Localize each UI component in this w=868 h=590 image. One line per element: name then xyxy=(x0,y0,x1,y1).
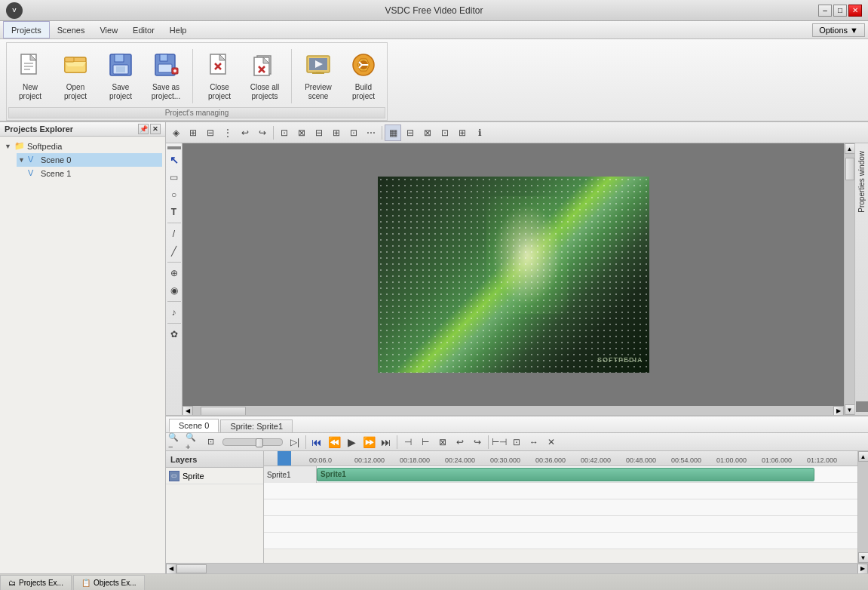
menu-scenes[interactable]: Scenes xyxy=(50,21,93,38)
vscroll-thumb[interactable] xyxy=(845,158,854,180)
canvas[interactable]: SOFTPEDIA xyxy=(378,177,649,373)
sidebar-close-button[interactable]: ✕ xyxy=(150,124,161,134)
scene-align-button[interactable]: ⊠ xyxy=(293,124,310,141)
timeline-tab-scene0[interactable]: Scene 0 xyxy=(169,419,219,432)
timeline-hscroll-left[interactable]: ◀ xyxy=(166,564,176,574)
zoom-fit-timeline-button[interactable]: ⊡ xyxy=(202,434,219,450)
scene-more-button[interactable]: ⋯ xyxy=(363,124,379,141)
vscroll-down-button[interactable]: ▼ xyxy=(845,404,855,415)
split-clip-button[interactable]: ⊢⊣ xyxy=(491,434,508,450)
timeline-sep-3 xyxy=(488,435,489,449)
projects-explorer-tab[interactable]: 🗂 Projects Ex... xyxy=(0,575,72,590)
menu-editor[interactable]: Editor xyxy=(125,21,162,38)
music-tool-button[interactable]: ♪ xyxy=(166,304,182,321)
info-button[interactable]: ℹ xyxy=(471,124,488,141)
new-project-button[interactable]: Newproject xyxy=(8,46,52,106)
zoom-out-timeline-button[interactable]: 🔍− xyxy=(167,434,184,450)
ruler-mark-5: 00:36.000 xyxy=(535,456,566,464)
timeline-hscroll-right[interactable]: ▶ xyxy=(857,564,868,574)
ellipse-tool-button[interactable]: ○ xyxy=(166,186,182,203)
objects-explorer-tab[interactable]: 📋 Objects Ex... xyxy=(73,575,145,590)
scene-snap-button[interactable]: ⊞ xyxy=(328,124,345,141)
timeline-remove-button[interactable]: ✕ xyxy=(543,434,560,450)
hscroll-left-button[interactable]: ◀ xyxy=(182,406,193,416)
scene-edit-button[interactable]: ⊡ xyxy=(276,124,293,141)
more-tools-button[interactable]: ✿ xyxy=(166,326,182,343)
svg-rect-6 xyxy=(65,57,74,62)
tree-root-label: Softpedia xyxy=(27,142,62,151)
timeline-end-button[interactable]: ▷| xyxy=(287,434,303,450)
sprite-track-clip[interactable]: Sprite1 xyxy=(317,468,814,481)
rectangle-tool-button[interactable]: ▭ xyxy=(166,169,182,186)
rulers-button[interactable]: ⊠ xyxy=(419,124,436,141)
zoom-in-timeline-button[interactable]: 🔍+ xyxy=(185,434,201,450)
snap-grid-button[interactable]: ⊟ xyxy=(402,124,419,141)
rewind-button[interactable]: ⏪ xyxy=(326,434,342,450)
crop-tool-button[interactable]: ⊟ xyxy=(202,124,219,141)
hscroll-thumb[interactable] xyxy=(201,407,246,416)
titlebar: V VSDC Free Video Editor – □ ✕ xyxy=(0,0,868,21)
pause-button[interactable]: ⏩ xyxy=(360,434,377,450)
timeline-hscroll-thumb[interactable] xyxy=(176,564,207,573)
minimize-button[interactable]: – xyxy=(818,5,832,17)
menu-help[interactable]: Help xyxy=(162,21,195,38)
brush-tool-button[interactable]: / xyxy=(166,226,182,242)
properties-panel[interactable]: Properties window xyxy=(854,143,868,415)
next-marker-button[interactable]: ↪ xyxy=(469,434,486,450)
tree-root-item[interactable]: ▼ 📁 Softpedia xyxy=(3,140,162,153)
play-start-button[interactable]: ⏮ xyxy=(308,434,325,450)
tree-scene0-item[interactable]: ▼ V Scene 0 xyxy=(17,153,162,167)
line-tool-button[interactable]: ╱ xyxy=(166,243,182,260)
open-project-button[interactable]: Openproject xyxy=(54,46,97,106)
menu-view[interactable]: View xyxy=(92,21,125,38)
select-tool-button[interactable]: ◈ xyxy=(167,124,184,141)
zoom-in-tool-button[interactable]: ⊕ xyxy=(166,265,182,281)
timeline-snap-button[interactable]: ⊡ xyxy=(508,434,525,450)
timeline-tab-sprite1[interactable]: Sprite: Sprite1 xyxy=(220,419,293,432)
timeline-vscroll-up[interactable]: ▲ xyxy=(858,451,869,462)
undo-button[interactable]: ↩ xyxy=(237,124,253,141)
grid-button[interactable]: ▦ xyxy=(385,124,401,141)
options-button[interactable]: Options ▼ xyxy=(812,23,865,37)
scene-group-button[interactable]: ⊟ xyxy=(311,124,327,141)
close-all-projects-button[interactable]: Close allprojects xyxy=(243,46,287,106)
redo-button[interactable]: ↪ xyxy=(254,124,271,141)
prev-marker-button[interactable]: ↩ xyxy=(452,434,468,450)
build-project-button[interactable]: Buildproject xyxy=(342,46,385,106)
sprite-layer-row[interactable]: ▭ Sprite xyxy=(166,468,263,484)
close-button[interactable]: ✕ xyxy=(848,5,862,17)
arrow-tool-button[interactable]: ↖ xyxy=(166,152,182,168)
layers-header: Layers xyxy=(166,451,263,468)
toolbar-sep-1 xyxy=(273,126,274,140)
transform-tool-button[interactable]: ⊞ xyxy=(185,124,201,141)
color-tool-button[interactable]: ◉ xyxy=(166,282,182,299)
timeline-vscroll-down[interactable]: ▼ xyxy=(858,552,869,563)
text-tool-button[interactable]: T xyxy=(166,204,182,220)
maximize-button[interactable]: □ xyxy=(833,5,847,17)
zoom-fit-button[interactable]: ⊞ xyxy=(454,124,471,141)
sprite-track-row[interactable]: Sprite1 Sprite1 xyxy=(264,466,857,483)
save-project-button[interactable]: Saveproject xyxy=(99,46,143,106)
mark-in-button[interactable]: ⊣ xyxy=(400,434,416,450)
split-tool-button[interactable]: ⋮ xyxy=(219,124,236,141)
timeline-zoom-handle[interactable] xyxy=(256,438,263,447)
tree-scene1-item[interactable]: V Scene 1 xyxy=(17,167,162,180)
hscroll-right-button[interactable]: ▶ xyxy=(833,406,844,416)
close-project-button[interactable]: Closeproject xyxy=(198,46,241,106)
sidebar-pin-button[interactable]: 📌 xyxy=(138,124,149,134)
guidelines-button[interactable]: ⊡ xyxy=(437,124,453,141)
play-button[interactable]: ▶ xyxy=(343,434,360,450)
timeline-zoom-slider[interactable] xyxy=(222,438,283,446)
timeline-link-button[interactable]: ↔ xyxy=(526,434,542,450)
save-as-project-button[interactable]: Save asproject... xyxy=(144,46,188,106)
mark-out-button[interactable]: ⊢ xyxy=(417,434,434,450)
tracks-area[interactable]: 00:06.0 00:12.000 00:18.000 00:24.000 00… xyxy=(264,451,857,563)
vscroll-up-button[interactable]: ▲ xyxy=(845,143,855,154)
play-end-button[interactable]: ⏭ xyxy=(378,434,394,450)
clear-marks-button[interactable]: ⊠ xyxy=(434,434,451,450)
properties-window-label: Properties window xyxy=(857,151,866,213)
menu-projects[interactable]: Projects xyxy=(3,21,50,38)
projects-tab-label: Projects Ex... xyxy=(19,579,63,587)
scene-lock-button[interactable]: ⊡ xyxy=(345,124,362,141)
preview-scene-button[interactable]: Previewscene xyxy=(296,46,340,106)
